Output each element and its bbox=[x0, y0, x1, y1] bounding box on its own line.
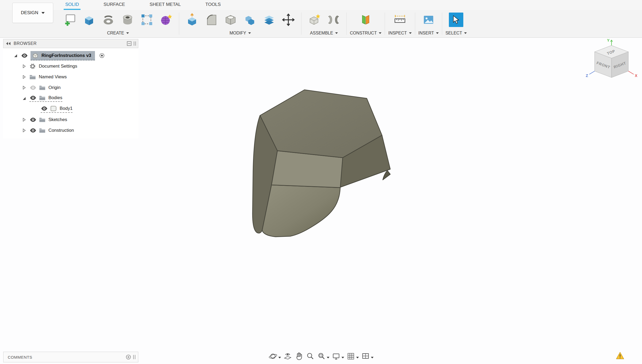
tree-item-named-views[interactable]: Named Views bbox=[3, 72, 138, 82]
inspect-dropdown[interactable]: INSPECT bbox=[388, 30, 411, 37]
move-copy-button[interactable] bbox=[279, 11, 298, 29]
tree-item-label: RingForInstructions v3 bbox=[41, 53, 91, 58]
collapse-arrow-icon[interactable] bbox=[22, 118, 26, 122]
select-cursor-icon bbox=[449, 13, 463, 27]
joint-button[interactable] bbox=[324, 11, 343, 29]
insert-button[interactable] bbox=[419, 11, 438, 29]
tree-item-construction[interactable]: Construction bbox=[3, 125, 138, 136]
modify-dropdown[interactable]: MODIFY bbox=[230, 30, 251, 37]
visibility-eye-icon[interactable] bbox=[29, 117, 37, 122]
viewports-button[interactable] bbox=[361, 351, 374, 361]
collapse-panel-icon[interactable] bbox=[6, 42, 11, 45]
tree-item-bodies[interactable]: Bodies bbox=[3, 93, 138, 104]
expand-comments-icon[interactable] bbox=[126, 354, 131, 360]
measure-button[interactable] bbox=[390, 11, 410, 29]
toolbar-separator bbox=[301, 13, 301, 35]
grid-snaps-button[interactable] bbox=[346, 351, 360, 361]
dashed-underline-group: Bodies bbox=[29, 95, 62, 102]
tab-surface[interactable]: SURFACE bbox=[102, 0, 127, 10]
insert-dropdown[interactable]: INSERT bbox=[418, 30, 439, 37]
magnifier-icon bbox=[306, 352, 315, 361]
tab-tools[interactable]: TOOLS bbox=[204, 0, 222, 10]
notification-warning[interactable] bbox=[616, 352, 624, 361]
tree-item-sketches[interactable]: Sketches bbox=[3, 114, 138, 125]
modeling-canvas[interactable]: TOP FRONT RIGHT Y X Z BROWSER bbox=[0, 38, 642, 364]
measure-icon bbox=[393, 13, 407, 26]
zoom-button[interactable] bbox=[305, 351, 315, 361]
tree-item-label: Body1 bbox=[60, 106, 72, 111]
tree-item-label: Sketches bbox=[48, 117, 67, 122]
visibility-eye-icon[interactable] bbox=[29, 95, 37, 100]
main-toolbar: DESIGN bbox=[0, 10, 642, 38]
hole-button[interactable] bbox=[118, 11, 137, 29]
rectangular-pattern-button[interactable] bbox=[137, 11, 156, 29]
visibility-eye-icon[interactable] bbox=[29, 128, 37, 133]
axis-z-label: Z bbox=[586, 73, 588, 78]
display-settings-button[interactable] bbox=[331, 351, 345, 361]
panel-resize-grip[interactable] bbox=[134, 41, 136, 46]
comments-title: COMMENTS bbox=[8, 355, 32, 359]
extrude-button[interactable] bbox=[79, 11, 99, 29]
press-pull-button[interactable] bbox=[182, 11, 202, 29]
construct-dropdown[interactable]: CONSTRUCT bbox=[350, 30, 381, 37]
joint-icon bbox=[327, 13, 340, 26]
zoom-window-icon bbox=[317, 352, 326, 361]
pan-hand-icon bbox=[295, 352, 304, 361]
create-sketch-button[interactable] bbox=[60, 11, 79, 29]
tab-solid[interactable]: SOLID bbox=[64, 0, 81, 10]
tree-item-label: Named Views bbox=[39, 74, 67, 80]
create-dropdown[interactable]: CREATE bbox=[107, 30, 129, 37]
new-component-button[interactable] bbox=[305, 11, 324, 29]
collapse-arrow-icon[interactable] bbox=[22, 64, 26, 68]
tree-item-origin[interactable]: Origin bbox=[3, 82, 138, 93]
visibility-eye-icon[interactable] bbox=[21, 53, 28, 58]
look-at-button[interactable] bbox=[283, 351, 293, 361]
visibility-eye-off-icon[interactable] bbox=[29, 85, 37, 90]
assemble-dropdown[interactable]: ASSEMBLE bbox=[310, 30, 338, 37]
tree-item-label: Document Settings bbox=[39, 64, 77, 69]
tree-item-document-settings[interactable]: Document Settings bbox=[3, 61, 138, 72]
combine-button[interactable] bbox=[240, 11, 259, 29]
create-label: CREATE bbox=[107, 31, 124, 36]
orbit-icon bbox=[269, 352, 278, 361]
expand-arrow-icon[interactable] bbox=[22, 97, 26, 100]
orbit-button[interactable] bbox=[268, 351, 282, 361]
tab-sheet-metal[interactable]: SHEET METAL bbox=[148, 0, 182, 10]
comments-bar[interactable]: COMMENTS bbox=[3, 352, 138, 362]
browser-header[interactable]: BROWSER bbox=[3, 39, 138, 48]
document-tabbar: SOLID SURFACE SHEET METAL TOOLS bbox=[0, 0, 642, 10]
shell-button[interactable] bbox=[221, 11, 240, 29]
fillet-button[interactable] bbox=[202, 11, 221, 29]
tree-item-root-component[interactable]: RingForInstructions v3 bbox=[3, 50, 138, 61]
activate-component-radio[interactable] bbox=[99, 53, 105, 58]
expand-arrow-icon[interactable] bbox=[13, 54, 18, 57]
construction-plane-button[interactable] bbox=[356, 11, 375, 29]
axis-x-label: X bbox=[635, 73, 637, 78]
visibility-eye-icon[interactable] bbox=[41, 106, 48, 111]
toolbar-separator bbox=[415, 13, 415, 35]
revolve-button[interactable] bbox=[99, 11, 118, 29]
tree-item-body1[interactable]: Body1 bbox=[3, 104, 138, 114]
collapse-arrow-icon[interactable] bbox=[22, 129, 26, 132]
chevron-down-icon bbox=[409, 32, 412, 34]
inspect-label: INSPECT bbox=[388, 31, 407, 36]
design-menu-button[interactable]: DESIGN bbox=[12, 3, 53, 23]
select-dropdown[interactable]: SELECT bbox=[445, 30, 467, 37]
select-tool-button[interactable] bbox=[446, 11, 466, 29]
zoom-window-button[interactable] bbox=[316, 351, 330, 361]
collapse-arrow-icon[interactable] bbox=[22, 75, 26, 79]
fusion-window: SOLID SURFACE SHEET METAL TOOLS DESIGN bbox=[0, 0, 642, 364]
viewcube[interactable]: TOP FRONT RIGHT Y X Z bbox=[585, 38, 638, 94]
browser-tree: RingForInstructions v3 Document Settings bbox=[3, 48, 138, 138]
chevron-down-icon bbox=[278, 357, 281, 358]
create-form-button[interactable] bbox=[156, 11, 176, 29]
offset-face-button[interactable] bbox=[259, 11, 279, 29]
panel-options-icon[interactable] bbox=[127, 41, 132, 46]
grid-icon bbox=[346, 352, 356, 361]
collapse-arrow-icon[interactable] bbox=[22, 86, 26, 90]
create-form-icon bbox=[159, 13, 173, 26]
pan-button[interactable] bbox=[294, 351, 304, 361]
panel-resize-grip[interactable] bbox=[133, 355, 135, 359]
look-at-icon bbox=[283, 352, 292, 361]
insert-image-icon bbox=[422, 13, 435, 26]
